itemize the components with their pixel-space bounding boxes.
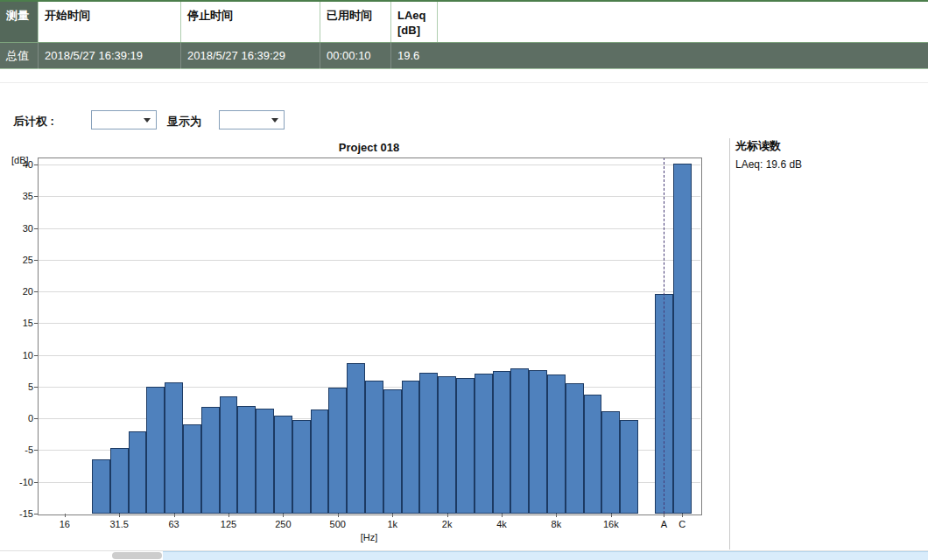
- header-laeq: LAeq [dB]: [391, 2, 438, 44]
- chart-bar[interactable]: [220, 396, 238, 514]
- scrollbar-thumb[interactable]: [112, 552, 162, 559]
- chart-bar[interactable]: [475, 374, 493, 514]
- chart-bar[interactable]: [673, 164, 692, 514]
- header-start-time: 开始时间: [39, 2, 181, 44]
- x-tick-label: 250: [264, 519, 302, 529]
- y-tick-mark: [34, 196, 38, 197]
- chart-bar[interactable]: [237, 406, 256, 514]
- chart-bar[interactable]: [365, 381, 383, 514]
- x-tick-mark: [174, 514, 175, 517]
- header-measure: 测量: [0, 2, 39, 44]
- y-tick-mark: [34, 355, 38, 356]
- display-as-label: 显示为: [167, 114, 201, 130]
- chart-bar[interactable]: [438, 376, 456, 514]
- x-axis-unit-label: [Hz]: [38, 532, 700, 542]
- chart-bar[interactable]: [383, 389, 402, 514]
- gridline: [38, 291, 700, 292]
- chart-bar[interactable]: [566, 383, 584, 514]
- chart-bar[interactable]: [456, 378, 475, 514]
- y-tick-mark: [34, 164, 38, 165]
- chart-bar[interactable]: [129, 431, 147, 514]
- row-stop-time: 2018/5/27 16:39:29: [181, 43, 320, 70]
- chart-bar[interactable]: [529, 370, 547, 514]
- chart-title: Project 018: [38, 141, 700, 154]
- header-stop-time: 停止时间: [181, 2, 320, 44]
- x-tick-label: 8k: [537, 519, 575, 529]
- x-tick-mark: [228, 514, 229, 517]
- chart-bar[interactable]: [493, 371, 511, 514]
- chart-bar[interactable]: [256, 409, 274, 514]
- gridline: [38, 355, 700, 356]
- x-tick-label: 125: [209, 519, 248, 529]
- row-elapsed-time: 00:00:10: [320, 43, 391, 70]
- chart-cursor-line[interactable]: [664, 158, 664, 514]
- y-tick-label: -10: [9, 477, 33, 487]
- chart-bar[interactable]: [165, 382, 183, 514]
- y-tick-label: 5: [9, 382, 33, 392]
- chart-bar[interactable]: [110, 448, 129, 514]
- y-tick-mark: [34, 514, 38, 514]
- chart-bar[interactable]: [547, 374, 566, 514]
- y-tick-mark: [34, 482, 38, 483]
- y-tick-label: 10: [9, 350, 33, 360]
- table-row-total[interactable]: 总值 2018/5/27 16:39:19 2018/5/27 16:39:29…: [0, 42, 928, 69]
- chart-bar[interactable]: [510, 368, 529, 514]
- y-tick-label: 25: [9, 255, 33, 265]
- x-tick-label: 16: [46, 519, 84, 529]
- chart-bar[interactable]: [584, 395, 602, 514]
- chart-bar[interactable]: [183, 424, 201, 514]
- chart-bar[interactable]: [146, 387, 165, 514]
- x-tick-label: 31.5: [100, 519, 138, 529]
- x-tick-label: 2k: [428, 519, 467, 529]
- y-tick-label: 30: [9, 223, 33, 234]
- y-tick-mark: [34, 323, 38, 324]
- y-tick-mark: [34, 418, 38, 419]
- chart-bar[interactable]: [328, 388, 347, 514]
- x-tick-label: 4k: [482, 519, 521, 529]
- chart-bar[interactable]: [347, 363, 365, 514]
- x-tick-mark: [556, 514, 557, 517]
- gridline: [38, 228, 700, 229]
- post-weighting-label: 后计权 :: [13, 114, 54, 130]
- results-table-header: 测量 开始时间 停止时间 已用时间 LAeq [dB]: [0, 0, 928, 42]
- x-tick-mark: [338, 514, 339, 517]
- chart-bar[interactable]: [311, 410, 329, 514]
- row-start-time: 2018/5/27 16:39:19: [39, 43, 181, 70]
- y-tick-mark: [34, 228, 38, 229]
- post-weighting-dropdown[interactable]: [91, 110, 157, 130]
- x-tick-mark: [664, 514, 664, 517]
- x-tick-mark: [119, 514, 120, 517]
- row-laeq-value: 19.6: [391, 43, 438, 70]
- gridline: [38, 323, 700, 324]
- y-tick-label: 40: [9, 159, 33, 170]
- spectrum-chart: Project 018 [dB] [Hz] 4035302520151050-5…: [5, 138, 727, 550]
- y-tick-label: -15: [9, 508, 33, 519]
- header-elapsed-time: 已用时间: [320, 2, 391, 44]
- x-tick-mark: [502, 514, 503, 517]
- chart-bar[interactable]: [274, 416, 292, 514]
- x-tick-label: 16k: [592, 519, 630, 529]
- y-tick-mark: [34, 291, 38, 292]
- gridline: [38, 196, 700, 197]
- display-as-dropdown[interactable]: [219, 110, 285, 130]
- chart-bar[interactable]: [402, 381, 420, 514]
- gridline: [38, 260, 700, 261]
- chart-bar[interactable]: [201, 407, 220, 514]
- chevron-down-icon: [271, 118, 278, 122]
- scrollbar-track[interactable]: [163, 551, 928, 560]
- x-tick-mark: [283, 514, 284, 517]
- panel-divider: [729, 138, 730, 550]
- chart-bar[interactable]: [92, 459, 110, 514]
- x-tick-mark: [65, 514, 66, 517]
- x-tick-mark: [682, 514, 683, 517]
- y-tick-label: 35: [9, 191, 33, 201]
- x-tick-mark: [392, 514, 393, 517]
- chevron-down-icon: [144, 118, 151, 122]
- cursor-readout-panel: 光标读数 LAeq: 19.6 dB: [735, 138, 919, 171]
- chart-bar[interactable]: [601, 411, 620, 514]
- x-tick-mark: [611, 514, 612, 517]
- chart-bar[interactable]: [292, 420, 311, 514]
- gridline: [38, 164, 700, 165]
- chart-bar[interactable]: [620, 420, 638, 514]
- chart-bar[interactable]: [419, 373, 438, 514]
